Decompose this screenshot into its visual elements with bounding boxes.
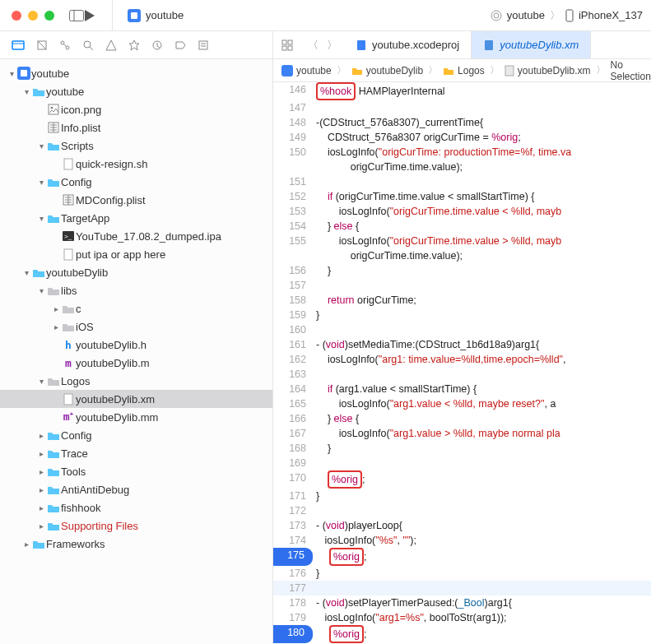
run-button[interactable]	[84, 9, 95, 22]
code-line[interactable]: 148-(CDStruct_576a8307)_currentTime{	[273, 115, 651, 130]
code-line[interactable]: 171}	[273, 489, 651, 503]
disclosure-triangle-icon[interactable]: ▾	[36, 141, 46, 151]
editor-tab[interactable]: youtube.xcodeproj	[344, 31, 472, 58]
tree-item[interactable]: put ipa or app here	[0, 245, 272, 263]
tree-item[interactable]: ▸iOS	[0, 317, 272, 336]
code-line[interactable]: origCurTime.time.value);	[273, 248, 651, 263]
tree-item[interactable]: ▾libs	[0, 281, 272, 299]
code-line[interactable]: 150 iosLogInfo("origCurTime: productionT…	[273, 145, 651, 160]
disclosure-triangle-icon[interactable]: ▸	[36, 521, 46, 530]
test-navigator-icon[interactable]	[128, 39, 140, 51]
tree-item[interactable]: ▾youtube	[0, 82, 272, 100]
code-line[interactable]: 160	[273, 322, 651, 337]
code-line[interactable]: 178- (void)setPlayerTimerPaused:(_Bool)a…	[273, 595, 651, 610]
report-navigator-icon[interactable]	[198, 39, 209, 51]
sidebar-toggle-icon[interactable]	[69, 10, 84, 21]
tree-item[interactable]: ▸fishhook	[0, 498, 272, 517]
code-line[interactable]: 162 iosLogInfo("arg1: time.value=%lld,ti…	[273, 352, 651, 367]
code-line[interactable]: 176}	[273, 566, 651, 581]
tree-item[interactable]: ▸Trace	[0, 444, 272, 462]
source-control-navigator-icon[interactable]	[36, 39, 48, 51]
tree-item[interactable]: ▸Config	[0, 426, 272, 444]
breadcrumb-item[interactable]: Logos	[443, 65, 485, 76]
disclosure-triangle-icon[interactable]: ▾	[7, 69, 16, 78]
code-line[interactable]: 174 iosLogInfo("%s", "");	[273, 533, 651, 548]
close-window-button[interactable]	[12, 11, 21, 21]
code-line[interactable]: 166 } else {	[273, 411, 651, 426]
disclosure-triangle-icon[interactable]: ▾	[21, 87, 31, 96]
tree-item[interactable]: MDConfig.plist	[0, 191, 272, 209]
tree-item[interactable]: quick-resign.sh	[0, 155, 272, 173]
code-line[interactable]: 164 if (arg1.value < smallStartTime) {	[273, 382, 651, 396]
tree-item[interactable]: icon.png	[0, 100, 272, 118]
code-line[interactable]: 170 %orig;	[273, 470, 651, 489]
find-navigator-icon[interactable]	[82, 39, 94, 51]
breakpoint-badge[interactable]: 175	[273, 548, 313, 566]
tree-item[interactable]: ▾TargetApp	[0, 209, 272, 227]
disclosure-triangle-icon[interactable]: ▸	[36, 449, 46, 458]
breadcrumb-item[interactable]: youtubeDylib.xm	[505, 65, 591, 76]
code-line[interactable]: 153 iosLogInfo("origCurTime.time.value <…	[273, 204, 651, 219]
code-line[interactable]: 154 } else {	[273, 219, 651, 234]
code-line[interactable]: 158 return origCurTime;	[273, 293, 651, 308]
target-scheme[interactable]: youtube 〉 iPhoneX_137	[491, 8, 651, 23]
tree-item[interactable]: ▾Config	[0, 173, 272, 191]
code-editor[interactable]: 146%hook HAMPlayerInternal147 148-(CDStr…	[273, 82, 651, 644]
code-line[interactable]: origCurTime.time.value);	[273, 160, 651, 174]
code-line[interactable]: 147	[273, 100, 651, 115]
breadcrumb[interactable]: youtube〉youtubeDylib〉Logos〉youtubeDylib.…	[273, 59, 651, 82]
tree-item[interactable]: ▸Supporting Files	[0, 517, 272, 535]
tree-item[interactable]: ▾Logos	[0, 372, 272, 390]
breadcrumb-item[interactable]: No Selection	[611, 59, 652, 82]
issue-navigator-icon[interactable]	[105, 39, 117, 51]
project-navigator-tree[interactable]: ▾youtube▾youtubeicon.pngInfo.plist▾Scrip…	[0, 59, 273, 644]
disclosure-triangle-icon[interactable]: ▾	[36, 178, 46, 187]
disclosure-triangle-icon[interactable]: ▾	[36, 377, 46, 386]
debug-navigator-icon[interactable]	[151, 39, 163, 51]
code-line[interactable]: 149 CDStruct_576a8307 origCurTime = %ori…	[273, 130, 651, 145]
disclosure-triangle-icon[interactable]: ▸	[51, 322, 61, 331]
tree-item[interactable]: ▸Frameworks	[0, 535, 272, 553]
code-line[interactable]: 157	[273, 278, 651, 293]
code-line[interactable]: 155 iosLogInfo("origCurTime.time.value >…	[273, 234, 651, 248]
tree-item[interactable]: ▾youtube	[0, 64, 272, 82]
breakpoint-navigator-icon[interactable]	[174, 39, 186, 51]
code-line[interactable]: 165 iosLogInfo("arg1.value < %lld, maybe…	[273, 396, 651, 411]
code-line[interactable]: 175 %orig;	[273, 548, 651, 566]
tree-item[interactable]: youtubeDylib.xm	[0, 390, 272, 408]
breakpoint-badge[interactable]: 180	[273, 625, 313, 643]
code-line[interactable]: 159}	[273, 308, 651, 322]
disclosure-triangle-icon[interactable]: ▸	[36, 503, 46, 512]
code-line[interactable]: 168 }	[273, 441, 651, 456]
symbol-navigator-icon[interactable]	[59, 39, 71, 51]
breadcrumb-item[interactable]: youtube	[281, 65, 332, 76]
code-line[interactable]: 169	[273, 456, 651, 470]
code-line[interactable]: 161- (void)setMediaTime:(CDStruct_1b6d18…	[273, 337, 651, 352]
tree-item[interactable]: myoutubeDylib.m	[0, 354, 272, 372]
tree-item[interactable]: m+youtubeDylib.mm	[0, 408, 272, 426]
code-line[interactable]: 146%hook HAMPlayerInternal	[273, 82, 651, 100]
tree-item[interactable]: ▸c	[0, 299, 272, 317]
tree-item[interactable]: >_YouTube_17.08.2_dumped.ipa	[0, 227, 272, 245]
nav-forward-button[interactable]: 〉	[327, 38, 337, 53]
zoom-window-button[interactable]	[44, 11, 54, 21]
minimize-window-button[interactable]	[28, 11, 38, 21]
code-line[interactable]: 156 }	[273, 263, 651, 278]
disclosure-triangle-icon[interactable]: ▾	[36, 214, 46, 223]
disclosure-triangle-icon[interactable]: ▸	[36, 467, 46, 476]
code-line[interactable]: 180 %orig;	[273, 625, 651, 643]
code-line[interactable]: 163	[273, 367, 651, 382]
tree-item[interactable]: hyoutubeDylib.h	[0, 336, 272, 354]
code-line[interactable]: 172	[273, 503, 651, 518]
code-line[interactable]: 173- (void)playerLoop{	[273, 518, 651, 533]
disclosure-triangle-icon[interactable]: ▸	[36, 431, 46, 440]
disclosure-triangle-icon[interactable]: ▸	[36, 485, 46, 494]
disclosure-triangle-icon[interactable]: ▾	[36, 286, 46, 295]
tree-item[interactable]: ▸AntiAntiDebug	[0, 480, 272, 498]
code-line[interactable]: 177	[273, 581, 651, 595]
code-line[interactable]: 167 iosLogInfo("arg1.value > %lld, maybe…	[273, 426, 651, 441]
project-navigator-icon[interactable]	[12, 39, 25, 50]
disclosure-triangle-icon[interactable]: ▸	[51, 304, 61, 313]
tree-item[interactable]: Info.plist	[0, 118, 272, 137]
editor-tab[interactable]: youtubeDylib.xm	[472, 31, 591, 58]
